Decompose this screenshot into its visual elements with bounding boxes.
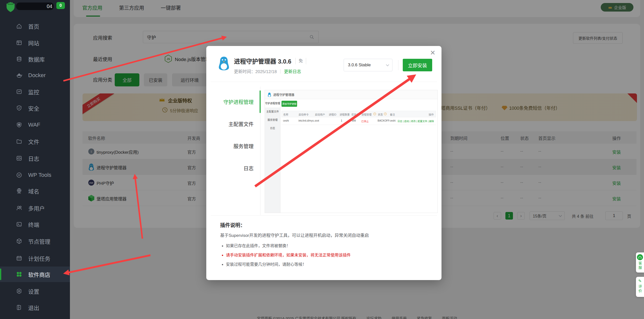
divider xyxy=(211,82,437,82)
sidebar-item-label: 多用户 xyxy=(28,204,45,212)
sidebar-item-label: WP Tools xyxy=(28,172,51,178)
p-cell: 999 xyxy=(352,119,356,122)
p-col: 进程ID xyxy=(329,113,336,116)
sidebar: 04 0 首页 网站 数据库 Docker 监控 安全 WAF 文件 日志 WW… xyxy=(0,0,70,319)
docker-icon xyxy=(16,72,23,79)
plugin-note-warning: 请手动安装插件扩展和依赖环境，如果未安装，将无法正常使用该插件 xyxy=(226,252,351,258)
users-icon xyxy=(16,204,23,211)
headset-icon xyxy=(637,254,643,260)
install-plugin-modal: ✕ 进程守护管理器 3.0.6 免 更新时间：2025/12/18 更新日志 3… xyxy=(206,46,441,280)
help-icon: ? xyxy=(384,113,387,115)
modal-update-time: 更新时间：2025/12/18 xyxy=(234,68,277,74)
sidebar-item-files[interactable]: 文件 xyxy=(0,134,70,149)
sidebar-item-cron[interactable]: 计划任务 xyxy=(0,250,70,266)
divider xyxy=(211,216,437,216)
preview-nav-item: 日志 xyxy=(265,124,280,132)
p-cell: root xyxy=(315,119,319,122)
sidebar-item-multiuser[interactable]: 多用户 xyxy=(0,200,70,216)
plugin-notes-list: 如果已存在此插件，文件将被替换！ 请手动安装插件扩展和依赖环境，如果未安装，将无… xyxy=(221,242,351,270)
svg-text:www: www xyxy=(17,192,21,194)
database-icon xyxy=(16,56,23,63)
preview-nav-item: 服务管理 xyxy=(265,116,280,124)
p-cell: ceshi xyxy=(283,119,289,122)
message-count-badge[interactable]: 0 xyxy=(56,2,65,9)
plugin-desc-title: 插件说明： xyxy=(220,221,245,229)
shield-check-icon xyxy=(16,104,23,112)
svg-text:W: W xyxy=(18,174,21,177)
server-name-suffix: 04 xyxy=(47,4,52,9)
p-cell-status-stopped: 已停止 xyxy=(361,119,369,123)
p-cell: BACKOFF xyxy=(378,119,389,122)
server-name-blurred[interactable]: 04 xyxy=(16,3,54,10)
sidebar-item-label: 节点管理 xyxy=(28,237,50,245)
support-label: 客服 xyxy=(637,261,642,270)
sidebar-item-app-store[interactable]: 软件商店 xyxy=(0,267,70,282)
monitor-icon xyxy=(16,88,23,95)
sidebar-item-label: 域名 xyxy=(28,187,39,195)
modal-nav-logs[interactable]: 日志 xyxy=(206,165,254,172)
wordpress-icon: W xyxy=(16,172,23,179)
sidebar-item-label: 计划任务 xyxy=(28,254,50,262)
p-cell-actions: 日志 | 启动 | 修改 | 配置文件 | 删除 xyxy=(397,119,434,123)
sidebar-item-label: 安全 xyxy=(28,104,39,112)
sidebar-item-home[interactable]: 首页 xyxy=(0,18,70,34)
sidebar-item-label: 文件 xyxy=(28,137,39,145)
sidebar-item-label: 首页 xyxy=(28,22,39,30)
sidebar-item-docker[interactable]: Docker xyxy=(0,68,70,83)
penguin-icon xyxy=(267,92,271,97)
feedback-label: 评价 xyxy=(637,285,642,293)
preview-add-process-button: 添加守护进程 xyxy=(281,101,297,107)
p-col: 操作 xyxy=(429,113,434,116)
p-cell: /etc/init.d/mys... xyxy=(298,119,316,122)
logout-door-icon xyxy=(16,304,23,311)
feedback-widget[interactable]: ✎ 评价 xyxy=(636,277,644,297)
preview-table-row: ceshi /etc/init.d/mys... root 1 999 已停止 … xyxy=(281,117,436,125)
sidebar-item-security[interactable]: 安全 xyxy=(0,100,70,116)
website-icon xyxy=(16,39,23,46)
cube-icon xyxy=(16,238,23,245)
modal-nav-service-manage[interactable]: 服务管理 xyxy=(206,142,254,150)
p-col: 启动命令 xyxy=(299,113,309,116)
sidebar-item-node-manage[interactable]: 节点管理 xyxy=(0,233,70,249)
sidebar-item-label: 终端 xyxy=(28,220,39,228)
preview-sidebar: 守护进程管理 主配置文件 服务管理 日志 xyxy=(265,99,280,213)
sidebar-item-monitor[interactable]: 监控 xyxy=(0,84,70,99)
terminal-icon xyxy=(16,221,23,228)
modal-nav-main-config[interactable]: 主配置文件 xyxy=(206,120,254,128)
sidebar-item-database[interactable]: 数据库 xyxy=(0,51,70,67)
p-col: 备注 xyxy=(390,113,395,116)
pencil-icon: ✎ xyxy=(638,279,641,283)
close-icon[interactable]: ✕ xyxy=(430,49,435,57)
sidebar-item-waf[interactable]: WAF xyxy=(0,117,70,133)
preview-nav-item: 守护进程管理 xyxy=(265,99,280,108)
sidebar-item-label: 设置 xyxy=(28,287,39,295)
changelog-link[interactable]: 更新日志 xyxy=(284,68,301,74)
sidebar-item-website[interactable]: 网站 xyxy=(0,35,70,50)
gear-icon xyxy=(16,288,23,295)
sidebar-item-label: 网站 xyxy=(28,39,39,47)
sidebar-item-label: 日志 xyxy=(28,154,39,162)
version-select-value: 3.0.6 Stable xyxy=(348,63,371,68)
sidebar-item-logout[interactable]: 退出 xyxy=(0,300,70,315)
sidebar-item-logs[interactable]: 日志 xyxy=(0,150,70,166)
support-widget[interactable]: 客服 xyxy=(636,252,644,273)
sidebar-item-terminal[interactable]: 终端 xyxy=(0,217,70,232)
preview-nav-item: 主配置文件 xyxy=(265,108,280,116)
plugin-note: 安装过程可能需要几分钟时间，请耐心等候！ xyxy=(226,261,351,267)
sidebar-item-label: WAF xyxy=(28,122,40,128)
appstore-clover-icon xyxy=(16,271,23,278)
p-col: 进程管理 xyxy=(361,113,372,116)
sidebar-item-settings[interactable]: 设置 xyxy=(0,283,70,299)
modal-nav-process-manage[interactable]: 守护进程管理 xyxy=(206,98,254,105)
sidebar-item-label: Docker xyxy=(28,72,46,79)
sidebar-item-label: 数据库 xyxy=(28,55,45,63)
globe-www-icon: www xyxy=(16,187,23,194)
plugin-preview-screenshot: 进程守护管理器 守护进程管理 主配置文件 服务管理 日志 添加守护进程 名称 启… xyxy=(265,90,438,213)
sidebar-item-wp-tools[interactable]: WWP Tools xyxy=(0,167,70,183)
app-window: 04 0 首页 网站 数据库 Docker 监控 安全 WAF 文件 日志 WW… xyxy=(0,0,644,319)
install-now-button[interactable]: 立即安装 xyxy=(403,59,432,71)
divider xyxy=(280,69,280,74)
sidebar-item-label: 监控 xyxy=(28,88,39,96)
sidebar-item-domain[interactable]: www域名 xyxy=(0,183,70,199)
version-select[interactable]: 3.0.6 Stable xyxy=(344,59,392,71)
